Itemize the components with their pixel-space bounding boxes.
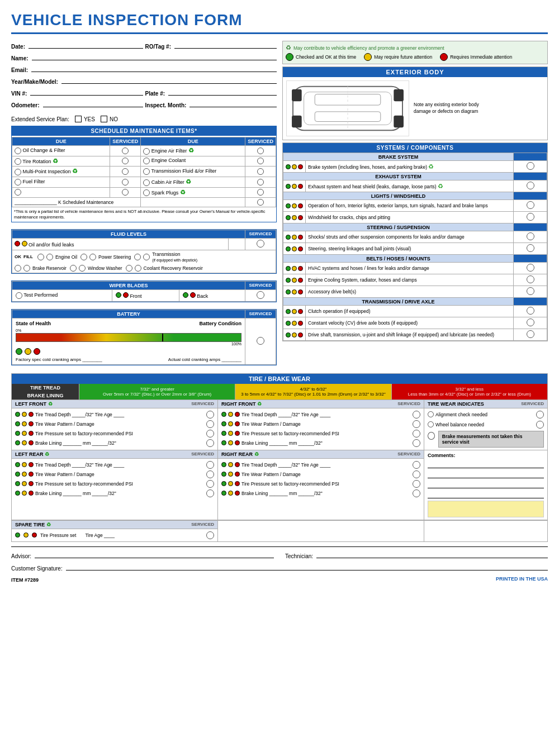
lr-tread-serviced[interactable]: [206, 461, 214, 469]
trans-serviced-3[interactable]: [527, 330, 534, 338]
tire-indicates-header: TIRE WEAR INDICATES: [428, 401, 484, 407]
year-field[interactable]: [61, 76, 277, 84]
rr-brake-serviced[interactable]: [413, 489, 420, 497]
maint-circle-r2[interactable]: [143, 158, 150, 164]
belts-serviced-1[interactable]: [527, 264, 534, 272]
lr-wear-serviced[interactable]: [206, 470, 214, 478]
maint-circle-5[interactable]: [15, 189, 21, 196]
steering-serviced-2[interactable]: [527, 244, 534, 252]
lf-pressure-serviced[interactable]: [206, 430, 214, 438]
fluid-items-row: OK FILL Engine Oil Power Steering: [12, 250, 276, 273]
legend-yellow: May require future attention: [364, 53, 432, 61]
maint-serviced-1[interactable]: [122, 148, 129, 154]
fluid-leak-serviced[interactable]: [257, 240, 264, 248]
lr-brake-serviced[interactable]: [206, 489, 214, 497]
wiper-front-label: Front: [130, 293, 141, 299]
maint-circle-r4[interactable]: [143, 179, 150, 186]
exhaust-serviced-1[interactable]: [527, 182, 534, 189]
lf-wear-serviced[interactable]: [206, 420, 214, 428]
brake-serviced-col: SERVICED: [514, 153, 547, 161]
steering-serviced-1[interactable]: [527, 232, 534, 240]
yes-checkbox[interactable]: [75, 116, 82, 122]
comments-empty-col: [424, 521, 547, 541]
date-field[interactable]: [29, 41, 143, 49]
comment-line-3[interactable]: [428, 481, 544, 488]
trans-serviced-2[interactable]: [527, 318, 534, 326]
advisor-input[interactable]: [35, 550, 274, 558]
eco-icon-2: ♻: [53, 158, 58, 164]
maint-serviced-4[interactable]: [122, 179, 129, 186]
rf-pressure-serviced[interactable]: [413, 430, 420, 438]
name-label: Name:: [11, 55, 29, 61]
maint-serviced-5[interactable]: [122, 189, 129, 196]
maint-circle-2[interactable]: [15, 158, 21, 165]
rr-wear-serviced[interactable]: [413, 470, 420, 478]
wiper-test-circle[interactable]: [16, 292, 22, 299]
maint-serviced-r3[interactable]: [257, 168, 264, 175]
vin-field[interactable]: [30, 88, 143, 96]
rr-tread-depth: Tire Tread Depth _____/32" Tire Age ____: [241, 462, 330, 468]
maint-circle-4[interactable]: [15, 179, 21, 186]
technician-input[interactable]: [316, 550, 548, 558]
maint-serviced-3[interactable]: [122, 168, 129, 175]
comment-note-area[interactable]: [428, 501, 544, 517]
balance-serviced[interactable]: [536, 421, 544, 429]
spare-empty-col: [218, 521, 424, 541]
maint-circle-3[interactable]: [15, 169, 21, 175]
fluid-leak-label: Oil and/or fluid leaks: [29, 242, 74, 248]
trans-serviced-1[interactable]: [527, 307, 534, 315]
lights-serviced-2[interactable]: [527, 213, 534, 221]
comment-line-2[interactable]: [428, 470, 544, 478]
rf-serviced-label: SERVICED: [397, 401, 420, 406]
lr-pressure-serviced[interactable]: [206, 480, 214, 488]
fluid-brake-reservoir: Brake Reservoir: [15, 265, 67, 272]
maint-item-r1: Engine Air Filter: [151, 148, 187, 154]
yellow-range-brake: 3 to 5mm or 4/32" to 7/32" (Disc) or 1.0…: [238, 392, 389, 397]
maint-circle-1[interactable]: [15, 148, 21, 154]
rf-tread-serviced[interactable]: [413, 411, 420, 419]
battery-serviced-circle[interactable]: [257, 337, 264, 345]
ro-field[interactable]: [174, 41, 277, 49]
lights-serviced-1[interactable]: [527, 201, 534, 209]
yellow-range-tire: 4/32" to 6/32": [238, 387, 389, 392]
technician-field: Technician:: [285, 550, 548, 559]
maint-circle-r1[interactable]: [143, 148, 150, 155]
odometer-field[interactable]: [43, 99, 143, 107]
plate-field[interactable]: [168, 88, 277, 96]
inspect-field[interactable]: [190, 99, 277, 107]
brake-serviced-1[interactable]: [527, 162, 534, 170]
rr-tread-serviced[interactable]: [413, 461, 420, 469]
maint-circle-r3[interactable]: [143, 168, 150, 175]
lf-tread-serviced[interactable]: [206, 411, 214, 419]
customer-sig-input[interactable]: [66, 563, 548, 570]
maint-serviced-2[interactable]: [122, 158, 129, 164]
no-checkbox[interactable]: [101, 116, 107, 122]
maint-serviced-r2[interactable]: [257, 158, 264, 164]
lf-brake-serviced[interactable]: [206, 439, 214, 447]
spare-serviced-circle[interactable]: [206, 531, 214, 539]
fluid-leak-row: Oil and/or fluid leaks: [12, 238, 276, 250]
left-rear-quadrant: LEFT REAR ♻ SERVICED Tire Tread Depth __…: [12, 450, 218, 520]
maint-serviced-r1[interactable]: [257, 148, 264, 154]
lf-serviced-label: SERVICED: [191, 401, 214, 406]
name-field[interactable]: [32, 53, 277, 60]
rf-wear-serviced[interactable]: [413, 420, 420, 428]
year-label: Year/Make/Model:: [11, 79, 58, 85]
maint-circle-r5[interactable]: [143, 189, 150, 196]
maint-serviced-r4[interactable]: [257, 179, 264, 186]
rr-pressure-serviced[interactable]: [413, 480, 420, 488]
alignment-serviced[interactable]: [536, 411, 544, 419]
rr-header: RIGHT REAR ♻: [221, 451, 259, 457]
rf-brake-serviced[interactable]: [413, 439, 420, 447]
belts-serviced-3[interactable]: [527, 287, 534, 295]
belts-serviced-2[interactable]: [527, 275, 534, 283]
wiper-serviced-circle[interactable]: [257, 291, 264, 299]
fluid-header: FLUID LEVELS: [111, 231, 146, 237]
maint-serviced-r5[interactable]: [257, 189, 264, 196]
comment-line-4[interactable]: [428, 491, 544, 498]
eco-icon-legend: ♻: [286, 44, 291, 51]
trans-item-1: Clutch operation (if equipped): [283, 306, 547, 317]
email-field[interactable]: [31, 64, 277, 72]
maint-serviced-6[interactable]: [257, 199, 264, 206]
comment-line-1[interactable]: [428, 460, 544, 468]
